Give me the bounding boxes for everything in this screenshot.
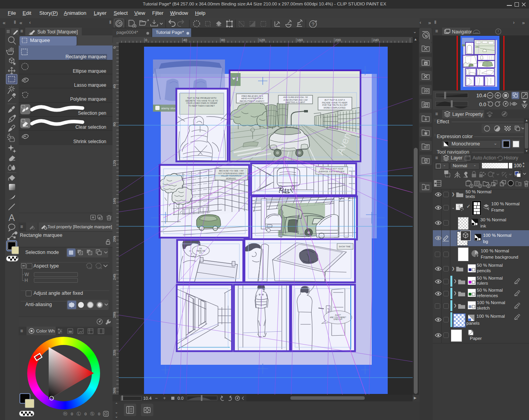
svg-text:10.4: 10.4	[476, 93, 486, 98]
svg-text:280: 280	[112, 312, 116, 318]
svg-text:40: 40	[183, 38, 187, 42]
svg-text:120: 120	[112, 161, 116, 166]
svg-text:240: 240	[373, 38, 379, 42]
svg-text:320: 320	[112, 350, 116, 356]
svg-text:200: 200	[335, 38, 341, 42]
svg-text:0: 0	[112, 47, 116, 49]
svg-text:80: 80	[112, 122, 116, 126]
svg-text:?: ?	[311, 21, 314, 27]
svg-text:0: 0	[145, 38, 147, 42]
svg-text:0.0: 0.0	[479, 102, 486, 107]
svg-text:40: 40	[112, 85, 116, 89]
svg-text:%: %	[89, 266, 92, 270]
svg-text:360: 360	[112, 388, 116, 394]
svg-text:80: 80	[221, 38, 225, 42]
svg-text:240: 240	[112, 274, 116, 280]
svg-text:160: 160	[112, 198, 116, 204]
svg-text:160: 160	[297, 38, 303, 42]
svg-text:200: 200	[112, 236, 116, 242]
svg-text:120: 120	[259, 38, 265, 42]
svg-text:Px: Px	[98, 266, 102, 270]
svg-text:A: A	[9, 212, 15, 223]
